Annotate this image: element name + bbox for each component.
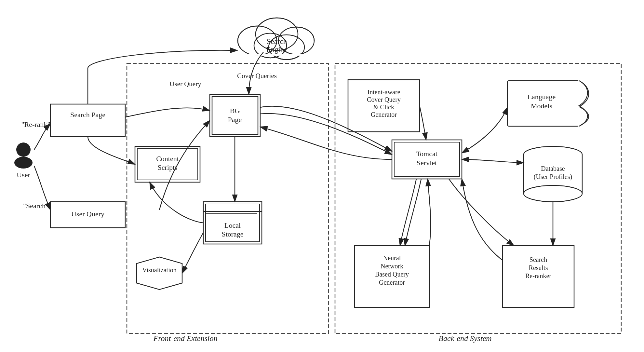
svg-text:Search Page: Search Page — [70, 111, 105, 119]
svg-point-62 — [16, 142, 31, 157]
search-label: "Search" — [23, 202, 48, 210]
backend-label: Back-end System — [438, 334, 491, 343]
svg-text:Local: Local — [224, 221, 241, 229]
diagram-container: Front-end Extension Back-end System Sear… — [0, 0, 644, 352]
svg-text:Language: Language — [528, 93, 556, 101]
svg-text:Search: Search — [530, 256, 547, 263]
svg-text:& Click: & Click — [373, 103, 394, 111]
svg-text:Cover Query: Cover Query — [367, 96, 401, 103]
svg-text:Results: Results — [529, 264, 548, 271]
rerank-label: "Re-rank" — [21, 120, 50, 129]
svg-point-63 — [14, 157, 33, 169]
svg-text:Based Query: Based Query — [375, 271, 409, 278]
svg-text:BG: BG — [230, 107, 240, 115]
frontend-label: Front-end Extension — [153, 334, 217, 343]
svg-text:Servlet: Servlet — [417, 159, 437, 167]
svg-text:Database: Database — [541, 165, 565, 172]
user-figure: User — [14, 142, 33, 179]
svg-text:Intent-aware: Intent-aware — [367, 88, 400, 96]
svg-text:User Query: User Query — [71, 210, 104, 218]
svg-text:Tomcat: Tomcat — [416, 150, 437, 158]
language-models-node: Language Models — [507, 81, 589, 126]
svg-text:User: User — [17, 171, 30, 179]
search-page-node — [50, 104, 125, 137]
svg-point-52 — [524, 185, 582, 202]
svg-text:Re-ranker: Re-ranker — [525, 272, 551, 279]
user-query-arrow-label: User Query — [169, 80, 201, 88]
svg-text:Generator: Generator — [379, 279, 405, 286]
svg-text:Engine: Engine — [266, 46, 287, 54]
svg-text:Content: Content — [156, 155, 179, 163]
svg-text:Search: Search — [267, 37, 287, 46]
cover-queries-label: Cover Queries — [237, 72, 277, 80]
svg-text:Storage: Storage — [221, 230, 243, 238]
database-node: Database (User Profiles) — [524, 146, 582, 202]
svg-text:Generator: Generator — [371, 111, 397, 118]
svg-text:(User Profiles): (User Profiles) — [534, 173, 572, 181]
svg-text:Visualization: Visualization — [142, 266, 176, 274]
svg-text:Models: Models — [531, 102, 552, 110]
svg-text:Network: Network — [381, 263, 403, 270]
svg-text:Page: Page — [228, 115, 242, 124]
svg-text:Neural: Neural — [383, 254, 401, 262]
